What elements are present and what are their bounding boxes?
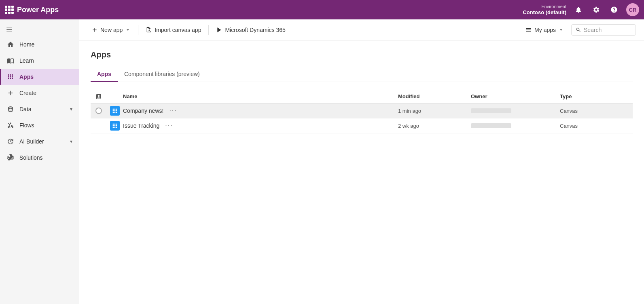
sidebar-label-flows: Flows	[19, 122, 34, 129]
page-title: Apps	[91, 50, 633, 59]
sidebar-item-home[interactable]: Home	[0, 36, 79, 53]
environment-selector[interactable]: Environment Contoso (default)	[523, 4, 566, 16]
toolbar-separator-2	[208, 25, 209, 35]
sidebar-item-create[interactable]: Create	[0, 85, 79, 101]
import-canvas-button[interactable]: Import canvas app	[142, 24, 205, 36]
sidebar-label-data: Data	[19, 106, 32, 112]
table-row[interactable]: Company news! ··· 1 min ago Canvas	[91, 103, 633, 118]
header-check	[91, 93, 107, 100]
row2-name: Issue Tracking ···	[123, 121, 398, 130]
row1-type: Canvas	[560, 108, 633, 114]
apps-icon	[6, 73, 15, 81]
dynamics-button[interactable]: Microsoft Dynamics 365	[212, 24, 289, 36]
main-content: New app Import canvas app Microsoft Dyna…	[79, 19, 644, 304]
help-icon[interactable]	[608, 4, 620, 15]
row1-radio[interactable]	[95, 108, 102, 114]
search-box[interactable]: Search	[571, 24, 636, 36]
sidebar-item-solutions[interactable]: Solutions	[0, 150, 79, 166]
row2-type: Canvas	[560, 123, 633, 129]
row2-icon	[107, 121, 123, 131]
flows-icon	[6, 121, 15, 129]
app-title: Power Apps	[17, 6, 59, 14]
avatar[interactable]: CR	[626, 3, 639, 16]
apps-table: Name Modified Owner Type	[91, 90, 633, 133]
header-icon-col	[107, 93, 123, 100]
create-icon	[6, 89, 15, 97]
sidebar-label-aibuilder: AI Builder	[19, 138, 44, 145]
notification-icon[interactable]	[573, 4, 584, 15]
new-app-button[interactable]: New app	[87, 24, 135, 36]
toolbar: New app Import canvas app Microsoft Dyna…	[79, 19, 644, 40]
tab-apps[interactable]: Apps	[91, 68, 118, 82]
learn-icon	[6, 57, 15, 65]
my-apps-label: My apps	[534, 27, 556, 33]
row1-owner-placeholder	[471, 108, 511, 113]
environment-label: Environment	[541, 4, 566, 9]
home-icon	[6, 40, 15, 49]
sidebar-item-apps[interactable]: Apps	[0, 69, 79, 85]
row1-name: Company news! ···	[123, 106, 398, 115]
tab-component-libraries[interactable]: Component libraries (preview)	[118, 68, 206, 82]
sidebar-label-solutions: Solutions	[19, 154, 43, 161]
row2-owner-placeholder	[471, 123, 511, 128]
row1-owner	[471, 108, 560, 113]
header-type: Type	[560, 93, 633, 100]
topnav: Power Apps Environment Contoso (default)…	[0, 0, 644, 19]
sidebar-item-learn[interactable]: Learn	[0, 53, 79, 69]
my-apps-button[interactable]: My apps	[521, 24, 568, 36]
svg-marker-0	[218, 27, 221, 32]
row2-owner	[471, 123, 560, 128]
new-app-label: New app	[100, 27, 123, 33]
aibuilder-icon	[6, 137, 15, 146]
content-area: Apps Apps Component libraries (preview) …	[79, 40, 644, 304]
app-body: Home Learn Apps Create Data ▾	[0, 19, 644, 304]
toolbar-right: My apps Search	[521, 24, 636, 36]
sidebar-collapse-button[interactable]	[0, 23, 79, 36]
row1-app-icon	[110, 106, 120, 116]
data-icon	[6, 105, 15, 113]
sidebar-item-data[interactable]: Data ▾	[0, 101, 79, 117]
sidebar-label-create: Create	[19, 90, 36, 96]
sidebar-label-learn: Learn	[19, 57, 34, 64]
dynamics-label: Microsoft Dynamics 365	[225, 27, 285, 33]
header-name: Name	[123, 93, 398, 100]
sidebar: Home Learn Apps Create Data ▾	[0, 19, 79, 304]
toolbar-separator	[138, 25, 138, 35]
row1-check[interactable]	[91, 108, 107, 114]
sidebar-label-apps: Apps	[19, 74, 34, 80]
aibuilder-chevron-icon: ▾	[70, 139, 72, 144]
row2-app-icon	[110, 121, 120, 131]
row1-more-button[interactable]: ···	[167, 106, 179, 115]
row2-modified: 2 wk ago	[398, 123, 471, 129]
tabs-bar: Apps Component libraries (preview)	[91, 68, 633, 82]
row1-modified: 1 min ago	[398, 108, 471, 114]
search-label: Search	[584, 27, 602, 33]
settings-icon[interactable]	[591, 4, 602, 15]
sidebar-label-home: Home	[19, 41, 34, 48]
sidebar-item-flows[interactable]: Flows	[0, 117, 79, 133]
data-chevron-icon: ▾	[70, 106, 72, 112]
header-owner: Owner	[471, 93, 560, 100]
environment-name: Contoso (default)	[523, 9, 566, 16]
row2-more-button[interactable]: ···	[163, 121, 175, 130]
table-row[interactable]: Issue Tracking ··· 2 wk ago Canvas	[91, 118, 633, 133]
import-canvas-label: Import canvas app	[155, 27, 201, 33]
waffle-icon[interactable]	[5, 6, 13, 14]
row1-icon	[107, 106, 123, 116]
header-modified: Modified	[398, 93, 471, 100]
solutions-icon	[6, 154, 15, 162]
sidebar-item-aibuilder[interactable]: AI Builder ▾	[0, 133, 79, 150]
table-header: Name Modified Owner Type	[91, 90, 633, 103]
